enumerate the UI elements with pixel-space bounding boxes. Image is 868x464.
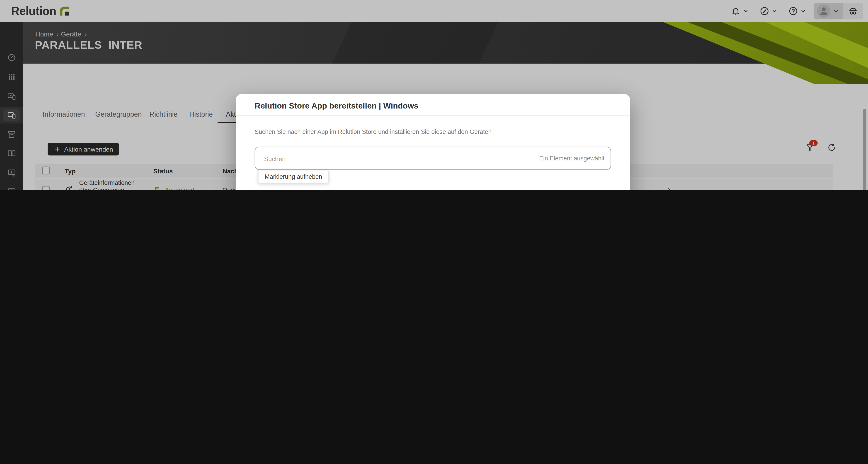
store-app-dialog: Relution Store App bereitstellen | Windo… xyxy=(236,94,630,190)
selection-info: Ein Element ausgewählt xyxy=(539,155,604,161)
dialog-description: Suchen Sie nach einer App im Relution St… xyxy=(255,128,492,135)
relution-app-window: Relution xyxy=(0,0,868,190)
clear-selection-button[interactable]: Markierung aufheben xyxy=(258,170,329,183)
dialog-title-divider xyxy=(236,115,630,115)
search-input[interactable] xyxy=(263,147,509,171)
dialog-title: Relution Store App bereitstellen | Windo… xyxy=(255,101,418,110)
app-search-field: Ein Element ausgewählt xyxy=(255,147,611,170)
